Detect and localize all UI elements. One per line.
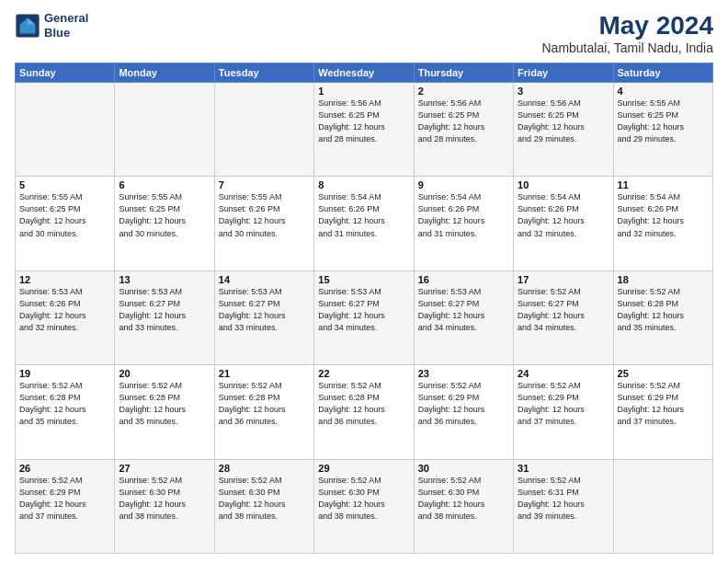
calendar-cell (16, 83, 115, 177)
page: General Blue May 2024 Nambutalai, Tamil … (0, 0, 728, 563)
day-number: 18 (618, 274, 709, 285)
calendar-cell (613, 459, 712, 553)
calendar-cell: 3Sunrise: 5:56 AMSunset: 6:25 PMDaylight… (514, 83, 613, 177)
day-info: Sunrise: 5:55 AMSunset: 6:26 PMDaylight:… (219, 191, 310, 239)
day-number: 2 (418, 86, 509, 97)
day-number: 17 (518, 274, 609, 285)
main-title: May 2024 (541, 11, 713, 40)
calendar-header-day: Sunday (16, 63, 115, 83)
day-number: 25 (618, 368, 709, 379)
day-number: 22 (318, 368, 409, 379)
calendar-cell: 22Sunrise: 5:52 AMSunset: 6:28 PMDayligh… (314, 365, 414, 459)
calendar-cell: 21Sunrise: 5:52 AMSunset: 6:28 PMDayligh… (214, 365, 313, 459)
day-info: Sunrise: 5:56 AMSunset: 6:25 PMDaylight:… (318, 98, 409, 145)
calendar-cell (214, 83, 313, 177)
calendar-header-day: Tuesday (214, 63, 313, 83)
day-number: 9 (418, 179, 509, 190)
calendar-cell: 14Sunrise: 5:53 AMSunset: 6:27 PMDayligh… (214, 270, 313, 364)
day-number: 16 (418, 274, 509, 285)
calendar-header-day: Saturday (613, 63, 712, 83)
calendar-cell: 19Sunrise: 5:52 AMSunset: 6:28 PMDayligh… (16, 365, 115, 459)
day-number: 27 (119, 463, 210, 474)
day-number: 28 (219, 463, 310, 474)
calendar-cell: 25Sunrise: 5:52 AMSunset: 6:29 PMDayligh… (613, 365, 712, 459)
day-info: Sunrise: 5:52 AMSunset: 6:30 PMDaylight:… (318, 475, 409, 523)
day-info: Sunrise: 5:52 AMSunset: 6:29 PMDaylight:… (418, 380, 509, 428)
day-number: 23 (418, 368, 509, 379)
day-info: Sunrise: 5:52 AMSunset: 6:30 PMDaylight:… (119, 475, 210, 523)
day-info: Sunrise: 5:52 AMSunset: 6:28 PMDaylight:… (119, 380, 210, 428)
day-number: 8 (318, 179, 409, 190)
calendar-header-day: Thursday (414, 63, 513, 83)
day-number: 14 (219, 274, 310, 285)
day-number: 11 (618, 179, 709, 190)
day-number: 21 (219, 368, 310, 379)
calendar-week-row: 26Sunrise: 5:52 AMSunset: 6:29 PMDayligh… (16, 459, 713, 553)
day-info: Sunrise: 5:53 AMSunset: 6:27 PMDaylight:… (119, 286, 210, 334)
calendar-cell: 8Sunrise: 5:54 AMSunset: 6:26 PMDaylight… (314, 177, 414, 270)
day-number: 24 (518, 368, 609, 379)
calendar-week-row: 5Sunrise: 5:55 AMSunset: 6:25 PMDaylight… (16, 177, 713, 270)
day-info: Sunrise: 5:53 AMSunset: 6:27 PMDaylight:… (418, 286, 509, 334)
header: General Blue May 2024 Nambutalai, Tamil … (15, 11, 713, 55)
calendar-week-row: 19Sunrise: 5:52 AMSunset: 6:28 PMDayligh… (16, 365, 713, 459)
day-number: 13 (119, 274, 210, 285)
day-info: Sunrise: 5:55 AMSunset: 6:25 PMDaylight:… (19, 191, 110, 239)
calendar-week-row: 12Sunrise: 5:53 AMSunset: 6:26 PMDayligh… (16, 270, 713, 364)
subtitle: Nambutalai, Tamil Nadu, India (541, 40, 713, 55)
calendar-cell: 6Sunrise: 5:55 AMSunset: 6:25 PMDaylight… (115, 177, 214, 270)
day-info: Sunrise: 5:52 AMSunset: 6:28 PMDaylight:… (19, 380, 110, 428)
calendar-cell: 31Sunrise: 5:52 AMSunset: 6:31 PMDayligh… (514, 459, 613, 553)
day-number: 31 (518, 463, 609, 474)
day-info: Sunrise: 5:56 AMSunset: 6:25 PMDaylight:… (418, 98, 509, 145)
calendar-header-day: Wednesday (314, 63, 414, 83)
calendar-header-day: Friday (514, 63, 613, 83)
day-number: 10 (518, 179, 609, 190)
calendar-cell: 5Sunrise: 5:55 AMSunset: 6:25 PMDaylight… (16, 177, 115, 270)
day-info: Sunrise: 5:54 AMSunset: 6:26 PMDaylight:… (618, 191, 709, 239)
day-number: 3 (518, 86, 609, 97)
day-info: Sunrise: 5:52 AMSunset: 6:29 PMDaylight:… (19, 475, 110, 523)
day-number: 12 (19, 274, 110, 285)
title-block: May 2024 Nambutalai, Tamil Nadu, India (541, 11, 713, 55)
day-number: 20 (119, 368, 210, 379)
day-number: 30 (418, 463, 509, 474)
day-number: 29 (318, 463, 409, 474)
calendar-cell: 23Sunrise: 5:52 AMSunset: 6:29 PMDayligh… (414, 365, 513, 459)
calendar-table: SundayMondayTuesdayWednesdayThursdayFrid… (15, 63, 713, 554)
calendar-cell (115, 83, 214, 177)
day-number: 4 (618, 86, 709, 97)
calendar-cell: 27Sunrise: 5:52 AMSunset: 6:30 PMDayligh… (115, 459, 214, 553)
calendar-cell: 10Sunrise: 5:54 AMSunset: 6:26 PMDayligh… (514, 177, 613, 270)
day-info: Sunrise: 5:52 AMSunset: 6:29 PMDaylight:… (518, 380, 609, 428)
day-info: Sunrise: 5:52 AMSunset: 6:30 PMDaylight:… (418, 475, 509, 523)
calendar-cell: 17Sunrise: 5:52 AMSunset: 6:27 PMDayligh… (514, 270, 613, 364)
day-info: Sunrise: 5:54 AMSunset: 6:26 PMDaylight:… (418, 191, 509, 239)
calendar-cell: 28Sunrise: 5:52 AMSunset: 6:30 PMDayligh… (214, 459, 313, 553)
day-number: 15 (318, 274, 409, 285)
day-info: Sunrise: 5:53 AMSunset: 6:26 PMDaylight:… (19, 286, 110, 334)
calendar-cell: 26Sunrise: 5:52 AMSunset: 6:29 PMDayligh… (16, 459, 115, 553)
day-number: 7 (219, 179, 310, 190)
day-info: Sunrise: 5:52 AMSunset: 6:27 PMDaylight:… (518, 286, 609, 334)
day-info: Sunrise: 5:53 AMSunset: 6:27 PMDaylight:… (219, 286, 310, 334)
calendar-cell: 16Sunrise: 5:53 AMSunset: 6:27 PMDayligh… (414, 270, 513, 364)
calendar-cell: 1Sunrise: 5:56 AMSunset: 6:25 PMDaylight… (314, 83, 414, 177)
logo-text: General Blue (44, 11, 88, 40)
calendar-cell: 4Sunrise: 5:55 AMSunset: 6:25 PMDaylight… (613, 83, 712, 177)
day-number: 26 (19, 463, 110, 474)
calendar-cell: 24Sunrise: 5:52 AMSunset: 6:29 PMDayligh… (514, 365, 613, 459)
day-info: Sunrise: 5:52 AMSunset: 6:30 PMDaylight:… (219, 475, 310, 523)
day-number: 1 (318, 86, 409, 97)
day-number: 6 (119, 179, 210, 190)
calendar-cell: 20Sunrise: 5:52 AMSunset: 6:28 PMDayligh… (115, 365, 214, 459)
calendar-cell: 7Sunrise: 5:55 AMSunset: 6:26 PMDaylight… (214, 177, 313, 270)
day-info: Sunrise: 5:52 AMSunset: 6:28 PMDaylight:… (219, 380, 310, 428)
calendar-cell: 2Sunrise: 5:56 AMSunset: 6:25 PMDaylight… (414, 83, 513, 177)
day-info: Sunrise: 5:52 AMSunset: 6:28 PMDaylight:… (318, 380, 409, 428)
calendar-cell: 30Sunrise: 5:52 AMSunset: 6:30 PMDayligh… (414, 459, 513, 553)
calendar-header-day: Monday (115, 63, 214, 83)
calendar-cell: 11Sunrise: 5:54 AMSunset: 6:26 PMDayligh… (613, 177, 712, 270)
day-info: Sunrise: 5:54 AMSunset: 6:26 PMDaylight:… (518, 191, 609, 239)
day-info: Sunrise: 5:54 AMSunset: 6:26 PMDaylight:… (318, 191, 409, 239)
